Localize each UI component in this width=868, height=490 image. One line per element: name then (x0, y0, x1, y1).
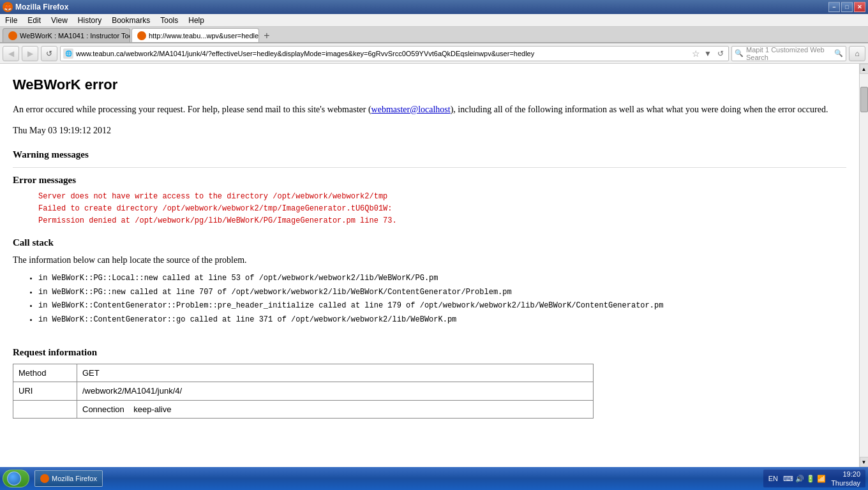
menu-edit[interactable]: Edit (22, 14, 46, 26)
table-row-connection: Connection keep-alive (13, 400, 594, 419)
webmaster-link[interactable]: webmaster@localhost (371, 105, 451, 114)
warning-title: Warning messages (13, 147, 846, 162)
reload-button[interactable]: ↺ (41, 46, 57, 61)
search-icon: 🔍 (735, 49, 744, 57)
firefox-icon: 🦊 (3, 2, 13, 12)
tab-favicon-0 (8, 31, 17, 40)
maximize-button[interactable]: □ (841, 2, 853, 12)
menu-bookmarks[interactable]: Bookmarks (107, 14, 155, 26)
browser-content: WeBWorK error An error occured while pro… (0, 64, 868, 467)
request-info-title: Request information (13, 345, 846, 360)
call-stack-title: Call stack (13, 235, 846, 250)
call-stack-desc: The information below can help locate th… (13, 253, 846, 267)
tab-label-1: http://www.teabu...wpv&user=hedley (149, 32, 259, 40)
address-reload-icon[interactable]: ↺ (715, 49, 726, 58)
home-button[interactable]: ⌂ (849, 46, 865, 61)
menu-file[interactable]: File (0, 14, 22, 26)
error-messages-block: Server does not have write access to the… (13, 191, 846, 228)
minimize-button[interactable]: − (828, 2, 840, 12)
menu-view[interactable]: View (46, 14, 73, 26)
timestamp: Thu May 03 19:19:12 2012 (13, 124, 846, 137)
scrollbar: ▲ ▼ (859, 64, 868, 467)
address-bar[interactable]: 🌐 www.teabun.ca/webwork2/MA1041/junk/4/?… (60, 46, 729, 61)
error-description: An error occured while processing your r… (13, 103, 846, 116)
forward-button[interactable]: ▶ (22, 46, 38, 61)
scroll-down[interactable]: ▼ (860, 457, 869, 467)
table-label-connection (13, 400, 77, 419)
call-stack-list: in WeBWorK::PG::Local::new called at lin… (13, 272, 846, 327)
menu-help[interactable]: Help (183, 14, 209, 26)
stack-item-2: in WeBWorK::ContentGenerator::Problem::p… (38, 299, 846, 313)
scroll-thumb[interactable] (860, 87, 868, 112)
star-button[interactable]: ☆ (692, 48, 700, 59)
tab-label-0: WeBWorK : MA1041 : Instructor Tools... (20, 32, 130, 40)
stack-item-3: in WeBWorK::ContentGenerator::go called … (38, 313, 846, 327)
address-nav-icon: ▼ (703, 49, 713, 58)
error-line-1: Failed to create directory /opt/webwork/… (38, 203, 846, 215)
error-line-0: Server does not have write access to the… (38, 191, 846, 203)
table-label-method: Method (13, 364, 77, 382)
window-titlebar: 🦊 Mozilla Firefox − □ ✕ (0, 0, 868, 14)
request-table: Method GET URI /webwork2/MA1041/junk/4/ … (13, 364, 594, 419)
menu-tools[interactable]: Tools (155, 14, 183, 26)
table-value-method: GET (77, 364, 594, 382)
stack-item-0: in WeBWorK::PG::Local::new called at lin… (38, 272, 846, 286)
tab-bar: WeBWorK : MA1041 : Instructor Tools... ×… (0, 27, 868, 43)
search-placeholder: Mapit 1 Customized Web Search (746, 46, 832, 61)
tab-1[interactable]: http://www.teabu...wpv&user=hedley × (131, 28, 259, 42)
table-row-uri: URI /webwork2/MA1041/junk/4/ (13, 382, 594, 401)
search-go-button[interactable]: 🔍 (834, 49, 843, 57)
tab-0[interactable]: WeBWorK : MA1041 : Instructor Tools... × (3, 28, 130, 42)
menu-history[interactable]: History (73, 14, 107, 26)
window-title: Mozilla Firefox (15, 3, 68, 11)
new-tab-button[interactable]: + (260, 29, 273, 42)
table-value-connection: Connection keep-alive (77, 400, 594, 419)
stack-item-1: in WeBWorK::PG::new called at line 707 o… (38, 286, 846, 300)
tab-favicon-1 (137, 31, 146, 40)
table-label-uri: URI (13, 382, 77, 401)
search-bar[interactable]: 🔍 Mapit 1 Customized Web Search 🔍 (731, 46, 846, 61)
error-line-2: Permission denied at /opt/webwork/pg/lib… (38, 215, 846, 227)
error-title: WeBWorK error (13, 74, 846, 95)
scroll-up[interactable]: ▲ (860, 64, 869, 74)
divider-1 (13, 167, 846, 168)
menu-bar: File Edit View History Bookmarks Tools H… (0, 14, 868, 27)
close-button[interactable]: ✕ (854, 2, 865, 12)
call-stack-section: Call stack The information below can hel… (13, 235, 846, 327)
address-text: www.teabun.ca/webwork2/MA1041/junk/4/?ef… (76, 50, 689, 57)
error-messages-title: Error messages (13, 173, 846, 188)
nav-bar: ◀ ▶ ↺ 🌐 www.teabun.ca/webwork2/MA1041/ju… (0, 43, 868, 64)
address-favicon: 🌐 (63, 48, 73, 59)
back-button[interactable]: ◀ (3, 46, 19, 61)
table-row-method: Method GET (13, 364, 594, 382)
page-content: WeBWorK error An error occured while pro… (0, 64, 859, 467)
table-value-uri: /webwork2/MA1041/junk/4/ (77, 382, 594, 401)
